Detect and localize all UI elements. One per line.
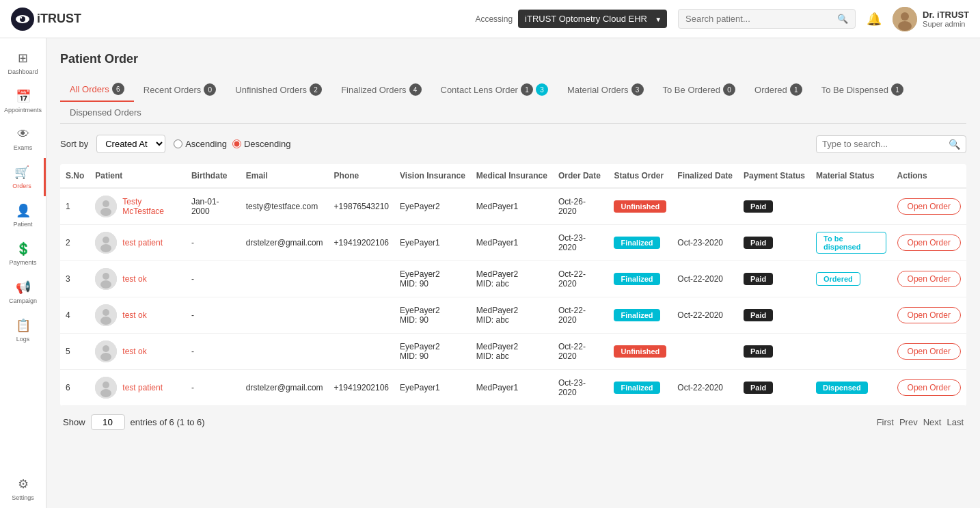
col-email: Email [241, 164, 329, 188]
tab-to-be-ordered[interactable]: To Be Ordered 0 [653, 77, 746, 102]
patient-avatar [95, 196, 117, 217]
cell-patient: test ok [90, 334, 186, 370]
col-status-order: Status Order [608, 164, 672, 188]
tab-contact-lens-order[interactable]: Contact Lens Order 1 3 [431, 77, 558, 102]
clinic-wrapper[interactable]: iTRUST Optometry Cloud EHR [518, 10, 667, 28]
tab-finalized-orders[interactable]: Finalized Orders 4 [331, 77, 431, 102]
cell-email [241, 261, 329, 297]
cell-status-order: Unfinished [608, 334, 672, 370]
tab-unfinished-orders[interactable]: Unfinished Orders 2 [226, 77, 331, 102]
sidebar-item-dashboard[interactable]: ⊞ Dashboard [0, 44, 46, 82]
patient-link[interactable]: Testy McTestface [122, 197, 180, 216]
tab-label-contact-lens-order: Contact Lens Order [441, 85, 518, 95]
open-order-button[interactable]: Open Order [897, 343, 961, 360]
status-order-badge: Finalized [614, 237, 659, 249]
sidebar-item-logs[interactable]: 📋 Logs [0, 311, 46, 349]
material-status-badge: Ordered [816, 272, 860, 286]
open-order-button[interactable]: Open Order [897, 235, 961, 251]
cell-phone: +19419202106 [329, 370, 394, 406]
cell-payment-status: Paid [738, 188, 811, 225]
sort-field-select[interactable]: Created At [96, 135, 165, 153]
cell-birthdate: - [186, 334, 241, 370]
cell-actions: Open Order [892, 188, 966, 225]
cell-sno: 6 [60, 370, 90, 406]
user-details: Dr. iTRUST Super admin [923, 10, 969, 28]
patient-link[interactable]: test patient [122, 383, 163, 392]
patient-link[interactable]: test patient [122, 238, 163, 248]
bell-icon[interactable]: 🔔 [867, 12, 882, 27]
cell-payment-status: Paid [738, 370, 811, 406]
avatar [893, 7, 917, 31]
sidebar-item-campaign[interactable]: 📢 Campaign [0, 273, 46, 311]
cell-vision-insurance: EyePayer2MID: 90 [394, 261, 471, 297]
status-order-badge: Unfinished [614, 200, 666, 213]
sidebar-item-exams[interactable]: 👁 Exams [0, 120, 46, 158]
header-right: 🔔 Dr. iTRUST Super admin [867, 7, 969, 31]
logo: iTRUST [11, 8, 93, 31]
pagination-prev[interactable]: Prev [899, 417, 918, 427]
cell-email: drstelzer@gmail.com [241, 225, 329, 261]
ascending-radio[interactable]: Ascending [174, 139, 227, 149]
ascending-radio-input[interactable] [174, 139, 182, 148]
cell-order-date: Oct-22-2020 [553, 261, 609, 297]
patient-avatar [95, 268, 117, 290]
clinic-select[interactable]: iTRUST Optometry Cloud EHR [518, 10, 667, 28]
sidebar-item-appointments[interactable]: 📅 Appointments [0, 82, 46, 120]
col-birthdate: Birthdate [186, 164, 241, 188]
search-input[interactable] [685, 14, 833, 24]
cell-medical-insurance: MedPayer1 [471, 225, 553, 261]
accessing-bar: Accessing iTRUST Optometry Cloud EHR [475, 10, 667, 28]
ascending-label: Ascending [185, 139, 227, 149]
pagination-first[interactable]: First [877, 417, 894, 427]
descending-radio-input[interactable] [232, 139, 241, 148]
patient-link[interactable]: test ok [122, 347, 146, 356]
cell-status-order: Finalized [608, 297, 672, 334]
cell-medical-insurance: MedPayer1 [471, 188, 553, 225]
cell-payment-status: Paid [738, 261, 811, 297]
tab-badge-unfinished-orders: 2 [310, 83, 322, 96]
table-search-input[interactable] [822, 139, 949, 149]
tab-badge-contact-lens-order-2: 3 [536, 83, 548, 96]
col-order-date: Order Date [553, 164, 609, 188]
open-order-button[interactable]: Open Order [897, 379, 961, 396]
user-info: Dr. iTRUST Super admin [893, 7, 969, 31]
cell-medical-insurance: MedPayer2MID: abc [471, 297, 553, 334]
sidebar-item-settings[interactable]: ⚙ Settings [0, 470, 46, 508]
payment-status-badge: Paid [744, 273, 773, 285]
cell-patient: test ok [90, 297, 186, 334]
tab-ordered[interactable]: Ordered 1 [745, 77, 812, 102]
tab-recent-orders[interactable]: Recent Orders 0 [134, 77, 226, 102]
cell-sno: 3 [60, 261, 90, 297]
descending-radio[interactable]: Descending [232, 139, 291, 149]
cell-status-order: Finalized [608, 261, 672, 297]
sidebar-label-payments: Payments [9, 259, 36, 266]
open-order-button[interactable]: Open Order [897, 198, 961, 215]
sidebar-item-patient[interactable]: 👤 Patient [0, 196, 46, 235]
open-order-button[interactable]: Open Order [897, 271, 961, 287]
table-search-filter[interactable]: 🔍 [816, 135, 966, 153]
cell-vision-insurance: EyePayer2MID: 90 [394, 297, 471, 334]
tab-material-orders[interactable]: Material Orders 3 [558, 77, 653, 102]
pagination-next[interactable]: Next [923, 417, 942, 427]
pagination-last[interactable]: Last [947, 417, 964, 427]
sidebar-item-payments[interactable]: 💲 Payments [0, 235, 46, 273]
cell-email: drstelzer@gmail.com [241, 370, 329, 406]
tab-all-orders[interactable]: All Orders 6 [60, 77, 134, 102]
entries-per-page-input[interactable] [91, 414, 125, 430]
tab-dispensed-orders[interactable]: Dispensed Orders [60, 102, 151, 123]
orders-table: S.No Patient Birthdate Email Phone Visio… [60, 164, 966, 406]
tab-label-all-orders: All Orders [70, 84, 109, 94]
sidebar-item-orders[interactable]: 🛒 Orders [0, 158, 46, 196]
cell-order-date: Oct-23-2020 [553, 225, 609, 261]
show-label: Show [63, 417, 85, 427]
search-bar[interactable]: 🔍 [678, 9, 856, 29]
cell-material-status [811, 334, 892, 370]
cell-status-order: Unfinished [608, 188, 672, 225]
patient-link[interactable]: test ok [122, 310, 146, 320]
patient-link[interactable]: test ok [122, 274, 146, 284]
cell-finalized-date: Oct-22-2020 [672, 297, 738, 334]
cell-finalized-date: Oct-23-2020 [672, 225, 738, 261]
tab-to-be-dispensed[interactable]: To Be Dispensed 1 [812, 77, 913, 102]
open-order-button[interactable]: Open Order [897, 307, 961, 323]
cell-actions: Open Order [892, 297, 966, 334]
